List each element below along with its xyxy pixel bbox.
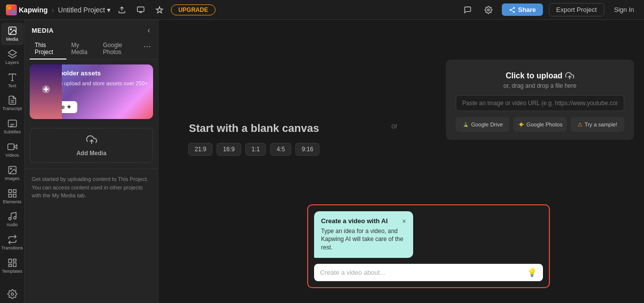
panel-info-text: Get started by uploading content to This…: [25, 171, 158, 204]
magic-icon-btn[interactable]: [152, 2, 167, 17]
share-label: Share: [518, 6, 536, 13]
topbar: Kapwing › Untitled Project ▾ UPGRADE: [0, 0, 644, 20]
sidebar-item-images[interactable]: Images: [1, 162, 24, 184]
panel-collapse-button[interactable]: ‹: [147, 25, 151, 36]
tab-my-media[interactable]: My Media: [66, 39, 98, 60]
main-layout: Media Layers Text Transcript Subtitles: [0, 20, 644, 303]
ai-bubble-close-button[interactable]: ×: [402, 217, 406, 225]
ai-bubble: Create a video with AI × Type an idea fo…: [314, 211, 413, 258]
svg-rect-29: [13, 259, 16, 261]
svg-rect-3: [12, 10, 14, 13]
upgrade-card: Bigger, bolder assets Upgrade to upload …: [30, 64, 153, 119]
svg-rect-2: [8, 10, 11, 13]
aspect-9-16[interactable]: 9:16: [295, 143, 320, 156]
svg-rect-28: [8, 259, 11, 263]
breadcrumb-sep: ›: [52, 6, 54, 14]
upload-top: Click to upload or, drag and drop a file…: [456, 71, 624, 89]
add-media-label: Add Media: [76, 150, 107, 157]
aspect-1-1[interactable]: 1:1: [245, 143, 267, 156]
try-sample-button[interactable]: ⚠ Try a sample!: [571, 117, 624, 132]
aspect-4-5[interactable]: 4:5: [270, 143, 291, 156]
url-input[interactable]: [456, 95, 624, 111]
svg-rect-1: [12, 7, 14, 9]
upload-icon: [86, 134, 97, 148]
monitor-icon-btn[interactable]: [133, 2, 148, 17]
aspect-16-9[interactable]: 16:9: [216, 143, 241, 156]
sidebar-item-audio[interactable]: Audio: [1, 208, 24, 231]
share-button[interactable]: Share: [502, 3, 543, 16]
google-photos-button[interactable]: Google Photos: [513, 117, 567, 132]
or-divider: or: [391, 122, 397, 130]
canvas-area: Start with a blank canvas 21:9 16:9 1:1 …: [159, 20, 644, 303]
project-dropdown-icon: ▾: [107, 6, 110, 14]
sidebar-item-videos[interactable]: Videos: [1, 139, 24, 161]
svg-marker-10: [8, 50, 16, 55]
panel-resize-handle[interactable]: [156, 20, 158, 303]
ai-input-row: 💡: [314, 264, 543, 281]
sidebar-item-elements[interactable]: Elements: [1, 185, 24, 208]
svg-rect-19: [7, 144, 13, 150]
ai-bubble-text: Type an idea for a video, and Kapwing AI…: [321, 227, 406, 252]
aspect-ratio-row: 21:9 16:9 1:1 4:5 9:16: [188, 143, 320, 156]
aspect-21-9[interactable]: 21:9: [188, 143, 213, 156]
upload-service-buttons: Google Drive Google Photos ⚠ Try a sampl…: [456, 117, 624, 132]
ai-bubble-title: Create a video with AI ×: [321, 217, 406, 225]
svg-point-7: [487, 9, 489, 11]
svg-point-9: [10, 29, 11, 30]
svg-rect-23: [13, 189, 16, 192]
svg-marker-18: [14, 145, 17, 149]
panel-tabs: This Project My Media Google Photos ⋯: [25, 39, 158, 60]
upload-subtitle: or, drag and drop a file here: [503, 82, 576, 89]
upload-icon-btn[interactable]: [114, 2, 129, 17]
upload-title: Click to upload: [506, 71, 575, 80]
tab-this-project[interactable]: This Project: [30, 39, 66, 60]
svg-point-32: [11, 293, 13, 296]
panel-title: MEDIA: [32, 27, 54, 34]
add-media-area[interactable]: Add Media: [30, 128, 153, 163]
sidebar-item-layers[interactable]: Layers: [1, 46, 24, 68]
svg-rect-25: [13, 194, 16, 197]
panel-divider: [25, 169, 158, 169]
upgrade-button[interactable]: UPGRADE: [171, 4, 215, 15]
google-drive-button[interactable]: Google Drive: [456, 117, 509, 132]
svg-rect-5: [137, 7, 144, 11]
panel-more-icon[interactable]: ⋯: [141, 39, 153, 59]
sidebar-item-transcript[interactable]: Transcript: [1, 92, 24, 115]
sidebar-item-subtitles[interactable]: Subtitles: [1, 116, 24, 138]
logo[interactable]: Kapwing: [6, 4, 48, 15]
sidebar-item-media[interactable]: Media: [1, 23, 24, 45]
signin-button[interactable]: Sign In: [610, 3, 638, 16]
svg-point-27: [13, 217, 16, 219]
sidebar-item-templates[interactable]: Templates: [1, 255, 24, 277]
project-name[interactable]: Untitled Project ▾: [58, 6, 110, 14]
svg-rect-30: [13, 263, 16, 267]
logo-icon: [6, 4, 17, 15]
sidebar-item-settings[interactable]: [1, 286, 24, 303]
tab-google-photos[interactable]: Google Photos: [98, 39, 141, 60]
svg-point-21: [10, 168, 11, 170]
ai-chat-area: Create a video with AI × Type an idea fo…: [307, 204, 550, 288]
svg-rect-31: [8, 264, 11, 266]
settings-icon-btn[interactable]: [481, 2, 496, 17]
media-panel: MEDIA ‹ This Project My Media Google Pho…: [25, 20, 159, 303]
brand-name: Kapwing: [19, 6, 48, 14]
svg-point-26: [8, 218, 11, 220]
svg-rect-24: [8, 194, 11, 197]
svg-point-36: [520, 123, 523, 126]
ai-video-input[interactable]: [320, 269, 523, 276]
panel-header: MEDIA ‹: [25, 20, 158, 39]
ai-input-icon[interactable]: 💡: [527, 268, 537, 277]
start-blank-label: Start with a blank canvas: [189, 122, 319, 135]
export-button[interactable]: Export Project: [549, 3, 604, 16]
upgrade-card-thumbnail: [30, 64, 62, 119]
upload-area: Click to upload or, drag and drop a file…: [446, 60, 634, 140]
icon-sidebar: Media Layers Text Transcript Subtitles: [0, 20, 25, 303]
svg-rect-22: [8, 189, 11, 192]
sidebar-item-transitions[interactable]: Transitions: [1, 232, 24, 254]
topbar-icons: Share Export Project Sign In: [460, 2, 638, 17]
sidebar-item-text[interactable]: Text: [1, 69, 24, 92]
svg-rect-0: [8, 7, 11, 9]
comment-icon-btn[interactable]: [460, 2, 475, 17]
